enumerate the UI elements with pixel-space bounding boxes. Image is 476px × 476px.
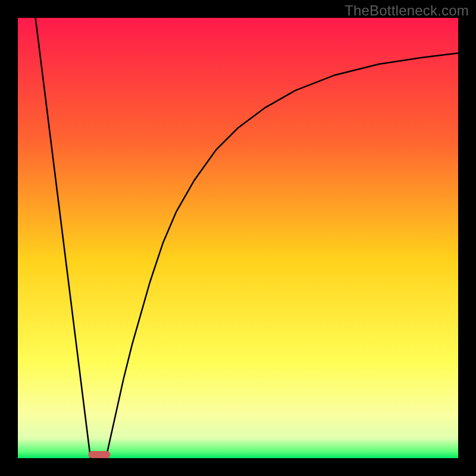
watermark-text: TheBottleneck.com [345, 2, 469, 19]
chart-frame: TheBottleneck.com [0, 0, 476, 476]
bottleneck-chart [18, 18, 458, 458]
valley-marker [88, 451, 110, 458]
valley-marker-group [88, 451, 110, 458]
gradient-background [18, 18, 458, 458]
